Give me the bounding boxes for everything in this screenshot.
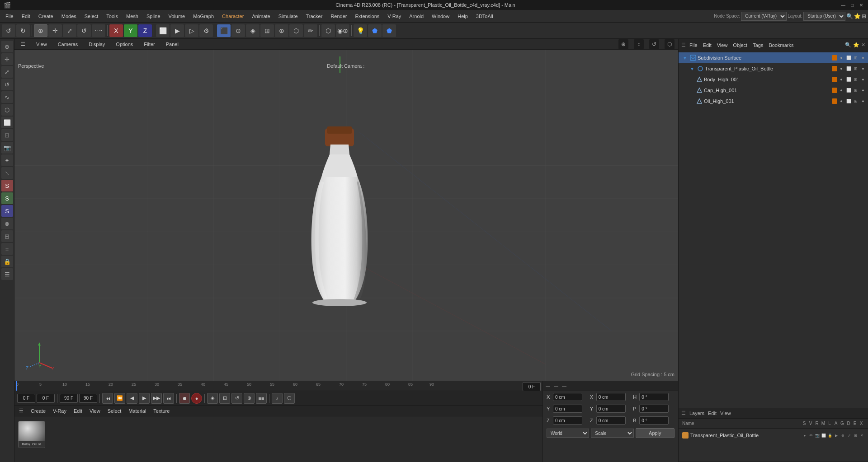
keyframe-add-button[interactable]: ◈: [207, 393, 218, 404]
world-select[interactable]: World: [547, 429, 589, 438]
mat-menu-view[interactable]: View: [88, 407, 102, 415]
left-select-btn[interactable]: ⊕: [1, 41, 13, 52]
mat-menu-edit[interactable]: Edit: [72, 407, 84, 415]
layer-lock-icon[interactable]: 🔒: [827, 433, 833, 438]
x2-position-input[interactable]: [596, 393, 626, 401]
layer-render-icon[interactable]: ⬜: [821, 433, 826, 438]
bottle-vis-icon[interactable]: ●: [838, 65, 844, 72]
subdivision-vis-icon[interactable]: ●: [838, 55, 844, 61]
menu-volume[interactable]: Volume: [165, 12, 189, 20]
p-input[interactable]: [639, 405, 669, 413]
left-s2-btn[interactable]: S: [1, 192, 13, 204]
star-icon[interactable]: ⭐: [854, 13, 861, 19]
nodespace-select[interactable]: Current (V-Ray): [741, 12, 787, 21]
material-baby-oil[interactable]: Baby_Oil_M: [18, 421, 45, 448]
z2-position-input[interactable]: [596, 416, 626, 425]
freeform-button[interactable]: 〰: [92, 24, 105, 37]
goto-start-button[interactable]: ⏮: [102, 393, 113, 404]
frame-select-button[interactable]: ⊞: [219, 393, 230, 404]
h-input[interactable]: [639, 393, 669, 401]
om-close-icon[interactable]: ✕: [861, 42, 865, 48]
render-button[interactable]: ▷: [185, 24, 198, 37]
goto-end-button[interactable]: ⏭: [163, 393, 174, 404]
maximize-button[interactable]: □: [849, 2, 855, 8]
viewport-menu-options[interactable]: Options: [113, 41, 136, 48]
menu-animate[interactable]: Animate: [248, 12, 274, 20]
layer-row-bottle[interactable]: Transparent_Plastic_Oil_Bottle ● 👁 📷 ⬜ 🔒…: [680, 430, 866, 440]
layer-exp-icon[interactable]: ⊞: [853, 433, 858, 438]
undo-button[interactable]: ↺: [2, 24, 15, 37]
subdivision-render-icon[interactable]: ⬜: [845, 55, 852, 61]
viewport-menu-view[interactable]: View: [33, 41, 50, 48]
viewport-menu-cameras[interactable]: Cameras: [55, 41, 81, 48]
b-input[interactable]: [639, 416, 669, 425]
layers-edit-tab[interactable]: Edit: [708, 411, 717, 416]
rotate-tool-button[interactable]: ↺: [77, 24, 91, 37]
menu-simulate[interactable]: Simulate: [275, 12, 302, 20]
left-curve-btn[interactable]: ∿: [1, 91, 13, 103]
menu-window[interactable]: Window: [428, 12, 453, 20]
menu-vray[interactable]: V-Ray: [384, 12, 405, 20]
layout-select[interactable]: Startup (User): [803, 12, 845, 21]
body-icon4[interactable]: ●: [860, 76, 866, 83]
menu-render[interactable]: Render: [327, 12, 350, 20]
mat-menu-vray[interactable]: V-Ray: [51, 407, 68, 415]
snap-button[interactable]: ⊕: [275, 24, 288, 37]
left-s-btn[interactable]: S: [1, 180, 13, 191]
motion-path-button[interactable]: ↺: [231, 393, 242, 404]
keyframe-button[interactable]: ◈: [246, 24, 259, 37]
object-tool-button[interactable]: ⬜: [156, 24, 170, 37]
menu-help[interactable]: Help: [454, 12, 472, 20]
paint-button[interactable]: ✏: [304, 24, 317, 37]
left-layers-btn[interactable]: ≡: [1, 243, 13, 255]
layer-solo-icon[interactable]: ●: [802, 433, 807, 438]
menu-mograph[interactable]: MoGraph: [189, 12, 217, 20]
sound-button[interactable]: ♪: [272, 393, 283, 404]
viewport-menu-hamburger[interactable]: ☰: [18, 40, 28, 48]
left-poly-btn[interactable]: ⬡: [1, 104, 13, 116]
python-button[interactable]: ⬟: [368, 24, 382, 37]
menu-edit[interactable]: Edit: [18, 12, 34, 20]
left-deform-btn[interactable]: ⊡: [1, 129, 13, 141]
menu-file[interactable]: File: [2, 12, 17, 20]
menu-tools[interactable]: Tools: [103, 12, 122, 20]
left-camera-btn[interactable]: 📷: [1, 142, 13, 154]
prev-frame-button[interactable]: ⏪: [114, 393, 125, 404]
viewport-menu-filter[interactable]: Filter: [141, 41, 157, 48]
bottle-icon3[interactable]: ⊞: [853, 65, 859, 72]
move-tool-button[interactable]: ✛: [48, 24, 62, 37]
light-button[interactable]: 💡: [354, 24, 367, 37]
frame-number-input[interactable]: [523, 382, 541, 391]
obj-row-oil[interactable]: Oil_High_001 ● ⬜ ⊞ ●: [679, 96, 868, 107]
viewport-menu-display[interactable]: Display: [86, 41, 108, 48]
om-tags-menu[interactable]: Tags: [751, 42, 765, 49]
om-search-icon[interactable]: 🔍: [845, 42, 851, 48]
front-view-button[interactable]: ⬛: [217, 24, 231, 37]
z-position-input[interactable]: [553, 416, 582, 425]
left-rotate-btn[interactable]: ↺: [1, 79, 13, 90]
viewport-icon-1[interactable]: ⊕: [618, 39, 628, 49]
om-file-menu[interactable]: File: [688, 42, 699, 49]
workplane-button[interactable]: ⬡: [289, 24, 303, 37]
layer-deform-icon[interactable]: ⤢: [846, 433, 852, 438]
mat-menu-texture[interactable]: Texture: [151, 407, 171, 415]
subdivision-icon3[interactable]: ⊞: [853, 55, 859, 61]
render-settings-button[interactable]: ⚙: [199, 24, 213, 37]
motion-clip-button[interactable]: ⬡: [284, 393, 295, 404]
z-axis-button[interactable]: Z: [138, 24, 152, 37]
layout-icon[interactable]: ⊞: [862, 13, 866, 19]
search-icon[interactable]: 🔍: [846, 13, 853, 19]
left-scale-btn[interactable]: ⤢: [1, 66, 13, 78]
body-vis-icon[interactable]: ●: [838, 76, 844, 83]
obj-row-bottle[interactable]: ▼ Transparent_Plastic_Oil_Bottle ● ⬜ ⊞ ●: [679, 63, 868, 74]
left-line-btn[interactable]: ⟍: [1, 167, 13, 179]
om-hamburger[interactable]: ☰: [681, 42, 686, 48]
om-view-menu[interactable]: View: [715, 42, 730, 49]
obj-row-subdivision-surface[interactable]: ▼ Subdivision Surface ● ⬜ ⊞ ●: [679, 52, 868, 63]
oil-render-icon[interactable]: ⬜: [845, 98, 852, 104]
oil-icon4[interactable]: ●: [860, 98, 866, 104]
menu-character[interactable]: Character: [218, 12, 247, 20]
cap-vis-icon[interactable]: ●: [838, 87, 844, 93]
redo-button[interactable]: ↻: [16, 24, 30, 37]
oil-vis-icon[interactable]: ●: [838, 98, 844, 104]
